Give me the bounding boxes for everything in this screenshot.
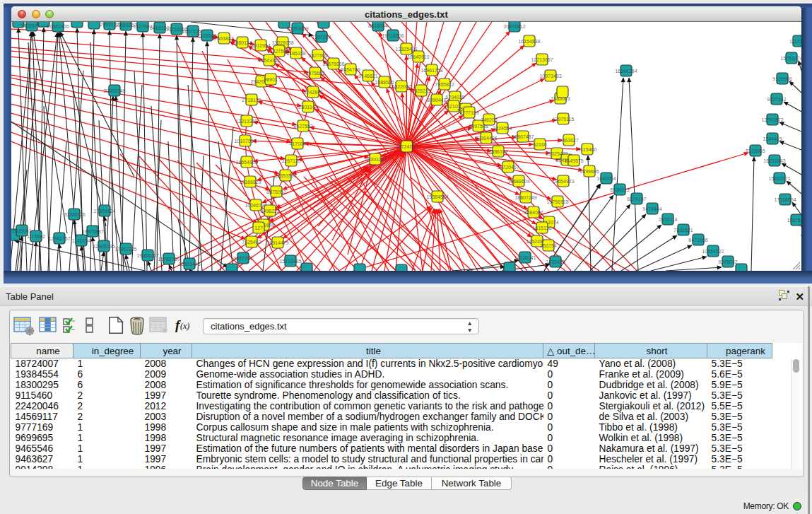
svg-text:9327505: 9327505 [308, 53, 327, 58]
svg-text:1835061: 1835061 [12, 228, 31, 233]
svg-text:17957225: 17957225 [114, 247, 136, 252]
svg-text:20206526: 20206526 [63, 212, 85, 217]
svg-text:1167533: 1167533 [787, 218, 801, 223]
svg-text:9242848: 9242848 [303, 90, 322, 95]
svg-text:(x): (x) [180, 321, 189, 331]
svg-text:18807249: 18807249 [514, 195, 536, 200]
svg-text:12505135: 12505135 [93, 244, 114, 249]
svg-text:10654122: 10654122 [702, 249, 724, 254]
svg-text:7663822: 7663822 [214, 36, 233, 41]
svg-text:8878352: 8878352 [266, 189, 286, 194]
svg-text:19654923: 19654923 [552, 179, 574, 184]
svg-text:1615132: 1615132 [532, 226, 551, 230]
svg-text:746206: 746206 [481, 117, 497, 122]
svg-text:19654905: 19654905 [235, 160, 257, 165]
svg-text:20691406: 20691406 [47, 24, 69, 29]
svg-text:7625402: 7625402 [242, 240, 261, 245]
svg-text:10973493: 10973493 [539, 74, 561, 78]
svg-text:14136141: 14136141 [514, 255, 536, 260]
svg-text:9899695: 9899695 [579, 169, 599, 174]
svg-text:15692971: 15692971 [768, 176, 790, 181]
svg-text:10688609: 10688609 [507, 179, 529, 184]
svg-text:16543362: 16543362 [258, 58, 280, 63]
svg-text:10107554: 10107554 [234, 139, 256, 144]
svg-text:127: 127 [254, 226, 263, 230]
svg-text:20364436: 20364436 [475, 136, 497, 141]
svg-text:16053809: 16053809 [286, 26, 308, 31]
svg-text:19756928: 19756928 [546, 199, 568, 204]
svg-text:1733426: 1733426 [546, 259, 565, 264]
svg-text:10807487: 10807487 [512, 134, 534, 139]
svg-text:9857791: 9857791 [233, 256, 252, 261]
svg-text:3824554: 3824554 [493, 126, 512, 131]
svg-text:12093872: 12093872 [761, 117, 783, 122]
svg-text:17016504: 17016504 [774, 197, 796, 202]
svg-text:8186328: 8186328 [286, 51, 305, 56]
svg-text:9463627: 9463627 [559, 138, 578, 143]
svg-text:16914479: 16914479 [266, 240, 288, 245]
svg-text:12975115: 12975115 [553, 117, 575, 122]
svg-text:252254: 252254 [540, 243, 556, 248]
svg-text:19975887: 19975887 [81, 229, 103, 234]
svg-text:98901: 98901 [264, 77, 278, 82]
svg-text:2718179: 2718179 [242, 98, 261, 103]
svg-text:19166829: 19166829 [239, 180, 261, 185]
svg-text:417004: 417004 [289, 141, 305, 146]
svg-text:16782759: 16782759 [158, 257, 180, 262]
svg-text:1649575: 1649575 [564, 158, 583, 163]
svg-text:15720407: 15720407 [497, 165, 519, 170]
svg-text:6879197: 6879197 [627, 197, 646, 201]
svg-text:18724007: 18724007 [396, 144, 418, 149]
svg-text:19958107: 19958107 [136, 253, 158, 258]
svg-text:19218506: 19218506 [382, 33, 404, 38]
svg-text:3498222: 3498222 [260, 209, 279, 214]
svg-text:9474444: 9474444 [642, 206, 661, 211]
svg-text:12213369: 12213369 [235, 119, 257, 124]
svg-text:7955812: 7955812 [435, 82, 454, 87]
svg-text:9227342: 9227342 [767, 97, 786, 102]
svg-text:13325419: 13325419 [395, 47, 417, 52]
svg-text:12923446: 12923446 [178, 262, 200, 267]
svg-text:1244415: 1244415 [763, 136, 782, 141]
svg-text:9777169: 9777169 [459, 110, 478, 115]
svg-text:9146821: 9146821 [358, 74, 377, 78]
svg-text:8990448: 8990448 [427, 98, 446, 103]
svg-text:18640910: 18640910 [407, 54, 429, 59]
svg-text:8938913: 8938913 [610, 187, 629, 192]
svg-text:1117169: 1117169 [789, 39, 801, 44]
svg-text:3267130: 3267130 [281, 158, 300, 163]
svg-text:9115460: 9115460 [578, 147, 597, 152]
svg-text:6794028: 6794028 [445, 95, 464, 100]
svg-text:20876812: 20876812 [503, 24, 525, 29]
svg-text:15716485: 15716485 [279, 259, 301, 264]
svg-text:1326215: 1326215 [411, 88, 430, 93]
svg-text:8454749: 8454749 [341, 67, 360, 72]
svg-text:8912954: 8912954 [251, 43, 270, 48]
svg-text:9084067: 9084067 [524, 210, 543, 215]
svg-text:2803144: 2803144 [298, 105, 317, 110]
svg-text:9129966: 9129966 [772, 76, 792, 81]
svg-text:7357224: 7357224 [312, 35, 331, 40]
svg-text:8215955: 8215955 [746, 148, 765, 153]
svg-text:62160: 62160 [533, 142, 547, 147]
svg-text:1640954: 1640954 [596, 176, 616, 181]
svg-text:1115682: 1115682 [27, 234, 45, 239]
svg-text:13226058: 13226058 [271, 40, 293, 45]
svg-text:3875685: 3875685 [305, 71, 324, 76]
svg-text:12213967: 12213967 [531, 57, 553, 62]
svg-text:2933114: 2933114 [659, 217, 678, 222]
svg-text:16961758: 16961758 [420, 68, 442, 73]
svg-text:15751074: 15751074 [780, 56, 801, 61]
svg-text:8471636: 8471636 [688, 238, 707, 243]
svg-text:10046736: 10046736 [245, 203, 266, 208]
svg-text:17359924: 17359924 [93, 209, 115, 214]
svg-text:8860124: 8860124 [233, 40, 252, 45]
svg-text:16648784: 16648784 [615, 69, 637, 74]
svg-text:5322037: 5322037 [392, 84, 411, 89]
svg-text:16210643: 16210643 [763, 158, 785, 163]
svg-text:12353594: 12353594 [274, 173, 296, 178]
svg-text:19384554: 19384554 [426, 194, 448, 199]
svg-text:1145194: 1145194 [72, 238, 91, 243]
svg-text:12942757: 12942757 [48, 236, 70, 241]
svg-text:7632621: 7632621 [673, 228, 693, 233]
